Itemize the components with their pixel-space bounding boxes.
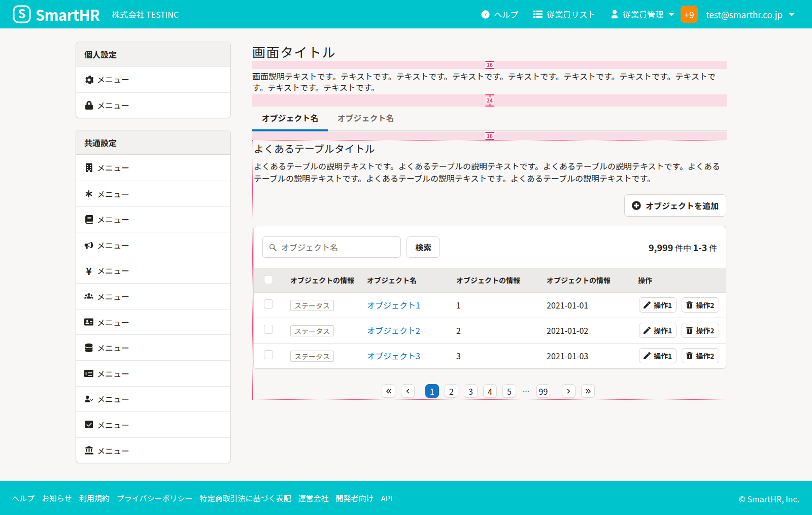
svg-text:S: S (18, 5, 26, 22)
svg-text:?: ? (484, 10, 487, 18)
